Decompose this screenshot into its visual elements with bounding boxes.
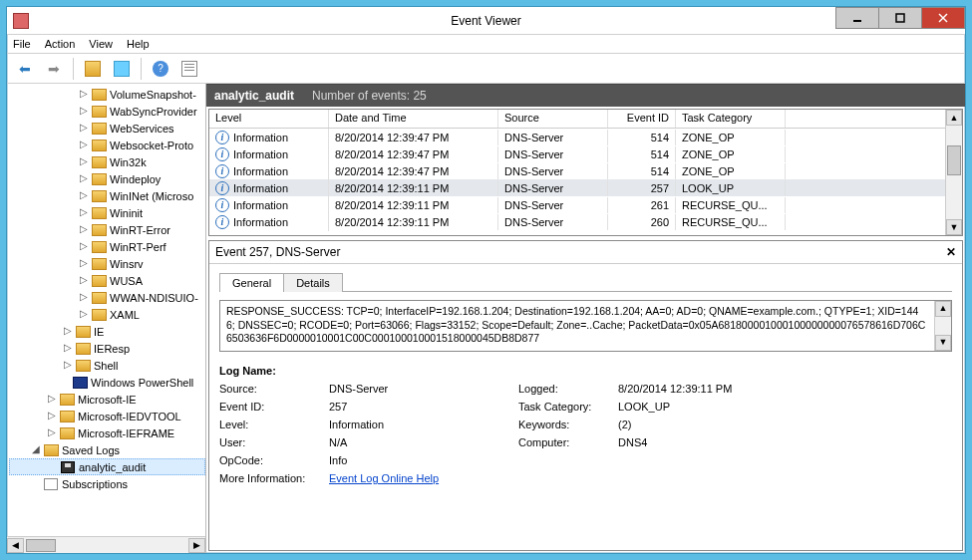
scroll-up-button[interactable]: ▲ xyxy=(946,110,962,126)
expander-icon[interactable]: ▷ xyxy=(77,139,91,149)
expander-icon[interactable]: ▷ xyxy=(77,223,91,234)
tree-item-ieresp[interactable]: ▷IEResp xyxy=(9,340,205,357)
expander-icon[interactable]: ▷ xyxy=(77,308,91,319)
tree-item[interactable]: ▷WinINet (Microso xyxy=(9,187,205,204)
scroll-down-button[interactable]: ▼ xyxy=(946,219,962,235)
col-datetime[interactable]: Date and Time xyxy=(329,110,498,128)
expander-icon[interactable]: ◢ xyxy=(29,443,43,454)
expander-icon[interactable]: ▷ xyxy=(61,359,75,370)
tree-item-subscriptions[interactable]: Subscriptions xyxy=(9,475,205,492)
tab-general[interactable]: General xyxy=(219,273,284,292)
tree-item[interactable]: ▷Websocket-Proto xyxy=(9,137,205,153)
minimize-button[interactable] xyxy=(835,7,879,29)
tab-details[interactable]: Details xyxy=(283,273,343,292)
expander-icon[interactable]: ▷ xyxy=(61,342,75,353)
expander-icon[interactable]: ▷ xyxy=(77,122,91,133)
menu-file[interactable]: File xyxy=(13,38,31,50)
scroll-left-button[interactable]: ◀ xyxy=(7,538,24,553)
tree-item[interactable]: ▷Wininit xyxy=(9,204,205,221)
tree-view[interactable]: ▷VolumeSnapshot- ▷WabSyncProvider ▷WebSe… xyxy=(7,84,205,536)
col-level[interactable]: Level xyxy=(209,110,329,128)
properties-button[interactable] xyxy=(110,58,134,80)
scroll-right-button[interactable]: ▶ xyxy=(188,538,205,553)
event-list-v-scrollbar[interactable]: ▲ ▼ xyxy=(945,110,962,235)
eventid-label: Event ID: xyxy=(219,401,329,413)
tree-item[interactable]: ▷WinRT-Perf xyxy=(9,238,205,255)
tree-item-msie[interactable]: ▷Microsoft-IE xyxy=(9,391,205,408)
tree-label: WinRT-Error xyxy=(110,224,170,236)
col-eventid[interactable]: Event ID xyxy=(608,110,676,128)
event-row[interactable]: iInformation8/20/2014 12:39:11 PMDNS-Ser… xyxy=(209,196,962,213)
tree-item-ie[interactable]: ▷IE xyxy=(9,323,205,340)
expander-icon[interactable]: ▷ xyxy=(77,155,91,166)
help-button[interactable]: ? xyxy=(149,58,172,80)
event-row[interactable]: iInformation8/20/2014 12:39:47 PMDNS-Ser… xyxy=(209,145,962,162)
tree-item[interactable]: ▷WinRT-Error xyxy=(9,221,205,238)
close-button[interactable] xyxy=(921,7,965,29)
tree-item[interactable]: ▷WabSyncProvider xyxy=(9,103,205,120)
expander-icon[interactable] xyxy=(58,376,72,387)
cell-eventid: 261 xyxy=(608,197,676,213)
event-row[interactable]: iInformation8/20/2014 12:39:11 PMDNS-Ser… xyxy=(209,213,962,230)
tree-h-scrollbar[interactable]: ◀ ▶ xyxy=(7,536,205,553)
menu-help[interactable]: Help xyxy=(127,38,150,50)
tree-item-msiedvtool[interactable]: ▷Microsoft-IEDVTOOL xyxy=(9,408,205,424)
col-source[interactable]: Source xyxy=(498,110,608,128)
message-v-scrollbar[interactable]: ▲ ▼ xyxy=(934,301,951,351)
maximize-button[interactable] xyxy=(878,7,922,29)
view-button[interactable] xyxy=(177,58,201,80)
scroll-thumb[interactable] xyxy=(26,539,56,552)
tree-item[interactable]: ▷VolumeSnapshot- xyxy=(9,86,205,103)
tree-item[interactable]: ▷WebServices xyxy=(9,120,205,137)
tree-item-msieframe[interactable]: ▷Microsoft-IEFRAME xyxy=(9,424,205,441)
expander-icon[interactable]: ▷ xyxy=(77,105,91,116)
event-row[interactable]: iInformation8/20/2014 12:39:47 PMDNS-Ser… xyxy=(209,129,962,145)
tree-item-analytic-audit[interactable]: analytic_audit xyxy=(9,458,205,475)
detail-close-button[interactable]: ✕ xyxy=(946,245,956,259)
cell-source: DNS-Server xyxy=(498,197,608,213)
log-name: analytic_audit xyxy=(214,89,294,103)
tree-item[interactable]: ▷Windeploy xyxy=(9,170,205,187)
tree-label: analytic_audit xyxy=(79,461,146,473)
tree-item-powershell[interactable]: Windows PowerShell xyxy=(9,374,205,391)
scroll-thumb[interactable] xyxy=(947,145,961,175)
expander-icon[interactable]: ▷ xyxy=(77,291,91,302)
cell-taskcategory: RECURSE_QU... xyxy=(676,197,786,213)
menu-view[interactable]: View xyxy=(89,38,113,50)
forward-button[interactable]: ➡ xyxy=(42,58,66,80)
expander-icon[interactable]: ▷ xyxy=(45,393,59,404)
expander-icon[interactable]: ▷ xyxy=(77,240,91,251)
toolbar-separator xyxy=(73,58,74,80)
expander-icon[interactable]: ▷ xyxy=(77,88,91,99)
expander-icon[interactable]: ▷ xyxy=(45,426,59,437)
tree-item[interactable]: ▷XAML xyxy=(9,306,205,323)
tree-label: Windows PowerShell xyxy=(91,377,193,389)
expander-icon[interactable]: ▷ xyxy=(61,325,75,336)
expander-icon[interactable]: ▷ xyxy=(77,172,91,183)
back-button[interactable]: ⬅ xyxy=(13,58,37,80)
event-row[interactable]: iInformation8/20/2014 12:39:47 PMDNS-Ser… xyxy=(209,162,962,179)
cell-taskcategory: LOOK_UP xyxy=(676,180,786,196)
col-taskcategory[interactable]: Task Category xyxy=(676,110,786,128)
expander-icon[interactable]: ▷ xyxy=(77,274,91,285)
scroll-up-button[interactable]: ▲ xyxy=(935,301,951,317)
tree-item-shell[interactable]: ▷Shell xyxy=(9,357,205,374)
scroll-down-button[interactable]: ▼ xyxy=(935,335,951,351)
expander-icon[interactable]: ▷ xyxy=(77,189,91,200)
menu-action[interactable]: Action xyxy=(45,38,76,50)
show-tree-button[interactable] xyxy=(81,58,105,80)
tree-item[interactable]: ▷Win32k xyxy=(9,153,205,170)
event-row[interactable]: iInformation8/20/2014 12:39:11 PMDNS-Ser… xyxy=(209,179,962,196)
tree-item[interactable]: ▷Winsrv xyxy=(9,255,205,272)
tree-item-savedlogs[interactable]: ◢Saved Logs xyxy=(9,441,205,458)
moreinfo-link[interactable]: Event Log Online Help xyxy=(329,472,439,484)
expander-icon[interactable]: ▷ xyxy=(77,257,91,268)
detail-pane: Event 257, DNS-Server ✕ General Details … xyxy=(208,240,963,551)
event-rows[interactable]: iInformation8/20/2014 12:39:47 PMDNS-Ser… xyxy=(209,129,962,235)
expander-icon[interactable]: ▷ xyxy=(77,206,91,217)
eventid-value: 257 xyxy=(329,401,518,413)
tree-item[interactable]: ▷WWAN-NDISUIO- xyxy=(9,289,205,306)
tree-item[interactable]: ▷WUSA xyxy=(9,272,205,289)
expander-icon[interactable]: ▷ xyxy=(45,410,59,420)
titlebar: Event Viewer xyxy=(7,7,965,35)
